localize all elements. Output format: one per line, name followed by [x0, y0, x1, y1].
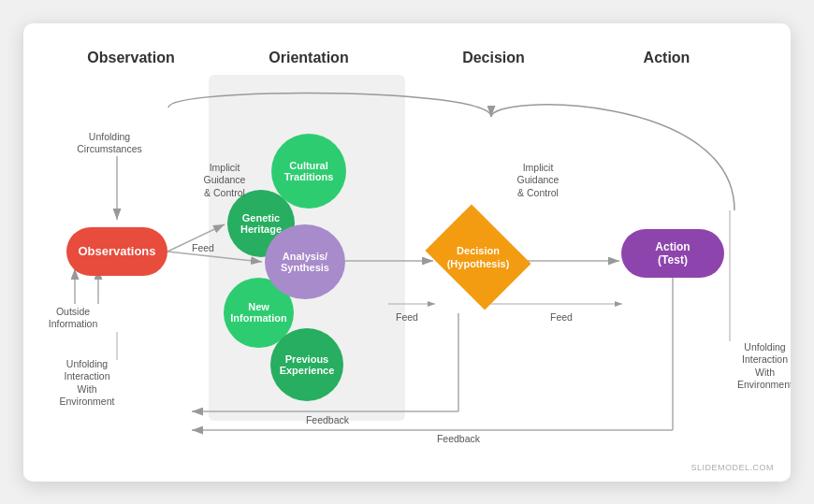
header-action: Action — [580, 50, 753, 66]
node-observations: Observations — [66, 227, 167, 276]
header-decision: Decision — [407, 50, 580, 66]
header-observation: Observation — [51, 50, 211, 66]
label-feedback2: Feedback — [426, 433, 491, 446]
label-unfolding-circumstances: UnfoldingCircumstances — [72, 131, 147, 156]
header-orientation: Orientation — [211, 50, 407, 66]
column-headers: Observation Orientation Decision Action — [51, 50, 763, 66]
label-unfolding-interaction-right: UnfoldingInteractionWithEnvironment — [725, 341, 791, 393]
node-action: Action (Test) — [621, 229, 724, 278]
label-feed2: Feed — [388, 311, 426, 324]
label-feed1: Feed — [186, 242, 220, 255]
node-previous-experience: Previous Experience — [270, 328, 343, 401]
label-unfolding-interaction: UnfoldingInteractionWithEnvironment — [50, 358, 124, 410]
label-feedback1: Feedback — [295, 414, 360, 427]
label-feed3: Feed — [543, 311, 580, 324]
node-decision: Decision (Hypothesis) — [425, 204, 531, 310]
watermark: SLIDEMODEL.COM — [690, 463, 774, 472]
label-outside-information: OutsideInformation — [40, 306, 106, 331]
slide: Observation Orientation Decision Action — [23, 23, 791, 482]
label-implicit-guidance-top: ImplicitGuidance& Control — [187, 162, 262, 200]
node-analysis-synthesis: Analysis/ Synthesis — [265, 224, 345, 299]
label-implicit-guidance-top2: ImplicitGuidance& Control — [501, 162, 575, 200]
